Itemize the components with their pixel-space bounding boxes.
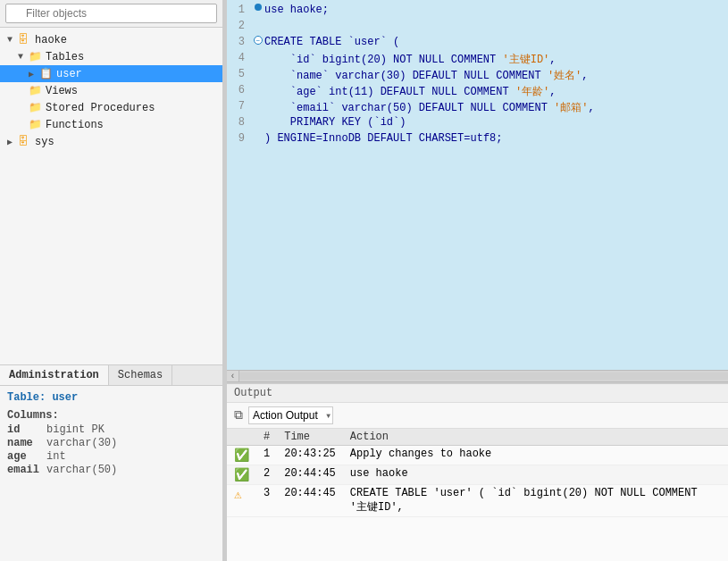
tree-label-user: user [56,68,82,80]
column-row-email: email varchar(50) [7,464,124,477]
row-num-3: 3 [256,485,277,517]
code-line-2: 2 [227,20,728,36]
main-container: 🔍 ▼ 🗄 haoke ▼ 📁 Tables ▶ 📋 user [0,0,728,561]
sidebar: 🔍 ▼ 🗄 haoke ▼ 📁 Tables ▶ 📋 user [0,0,223,561]
folder-icon: 📁 [29,101,43,114]
row-action-2: use haoke [343,465,728,485]
line-content: PRIMARY KEY (`id`) [264,116,728,129]
col-header-num: # [256,429,277,446]
status-icon-1: ✅ [227,446,256,465]
col-name-name: name [7,437,46,450]
column-row-age: age int [7,450,124,464]
table-name: user [52,391,78,404]
row-num-1: 1 [256,446,277,465]
line-number: 4 [227,52,252,64]
line-content: `email` varchar(50) DEFAULT NULL COMMENT… [264,100,728,115]
dot-blue [255,4,262,11]
line-number: 3 [227,36,252,48]
folder-icon: 📁 [29,50,43,63]
line-dot [252,4,264,11]
col-header-action: Action [343,429,728,446]
expand-arrow: ▼ [7,35,18,45]
col-type-email: varchar(50) [46,464,124,477]
line-number: 8 [227,116,252,129]
status-icon-3: ⚠ [227,485,256,517]
warn-icon: ⚠ [234,488,241,502]
output-row-2: ✅ 2 20:44:45 use haoke [227,465,728,485]
tree-item-tables[interactable]: ▼ 📁 Tables [0,48,222,65]
table-label: Table: [7,391,52,404]
tree-item-user[interactable]: ▶ 📋 user [0,65,222,82]
tree-label-haoke: haoke [35,34,67,46]
expand-arrow: ▶ [29,69,39,80]
line-number: 5 [227,68,252,80]
output-row-1: ✅ 1 20:43:25 Apply changes to haoke [227,446,728,465]
horizontal-scroll-bar[interactable]: ‹ [227,370,728,382]
row-action-3: CREATE TABLE 'user' ( `id` bigint(20) NO… [343,485,728,517]
status-icon-2: ✅ [227,465,256,485]
filter-wrap: 🔍 [5,4,217,23]
code-line-9: 9 ) ENGINE=InnoDB DEFAULT CHARSET=utf8; [227,132,728,148]
col-name-id: id [7,423,46,437]
chevron-left-icon[interactable]: ‹ [227,371,239,381]
collapse-icon[interactable]: − [254,36,263,45]
code-line-3: 3 − CREATE TABLE `user` ( [227,36,728,52]
code-line-5: 5 `name` varchar(30) DEFAULT NULL COMMEN… [227,68,728,84]
tree-item-functions[interactable]: 📁 Functions [0,116,222,133]
col-header-status [227,429,256,446]
tree-label-functions: Functions [46,119,104,131]
code-line-1: 1 use haoke; [227,4,728,20]
output-label: Output [227,384,728,403]
code-line-8: 8 PRIMARY KEY (`id`) [227,116,728,132]
row-action-1: Apply changes to haoke [343,446,728,465]
line-number: 6 [227,84,252,96]
info-title: Table: user [7,391,215,404]
table-icon: 📋 [39,67,54,80]
row-time-1: 20:43:25 [277,446,343,465]
col-type-name: varchar(30) [46,437,124,450]
output-area: Output ⧉ Action Output # Time [227,382,728,561]
tree-item-views[interactable]: 📁 Views [0,82,222,99]
output-scroll[interactable]: # Time Action ✅ 1 20:43:25 Apply changes… [227,429,728,561]
row-time-3: 20:44:45 [277,485,343,517]
tab-schemas[interactable]: Schemas [109,365,172,385]
action-output-select[interactable]: Action Output [248,406,333,424]
expand-arrow: ▶ [7,137,18,147]
tree-item-sys[interactable]: ▶ 🗄 sys [0,133,222,150]
code-line-4: 4 `id` bigint(20) NOT NULL COMMENT '主键ID… [227,52,728,68]
tree-item-haoke[interactable]: ▼ 🗄 haoke [0,31,222,48]
columns-table: id bigint PK name varchar(30) age int [7,423,124,477]
info-panel: Table: user Columns: id bigint PK name v… [0,386,222,561]
filter-input[interactable] [5,4,217,23]
folder-icon: 📁 [29,118,43,131]
line-content: `id` bigint(20) NOT NULL COMMENT '主键ID', [264,52,728,67]
right-panel: 1 use haoke; 2 3 − CREATE TABLE `user` (… [227,0,728,561]
output-header-row: # Time Action [227,429,728,446]
line-content: use haoke; [264,4,728,16]
line-content: `age` int(11) DEFAULT NULL COMMENT '年龄', [264,84,728,99]
tab-bar: Administration Schemas [0,365,222,386]
line-content: CREATE TABLE `user` ( [264,36,728,48]
col-type-age: int [46,450,124,464]
tab-administration[interactable]: Administration [0,365,109,385]
scroll-track[interactable] [239,373,728,380]
expand-arrow: ▼ [18,52,29,62]
code-line-7: 7 `email` varchar(50) DEFAULT NULL COMME… [227,100,728,116]
line-number: 7 [227,100,252,113]
col-header-time: Time [277,429,343,446]
tree-label-sys: sys [35,136,54,148]
col-name-age: age [7,450,46,464]
code-line-6: 6 `age` int(11) DEFAULT NULL COMMENT '年龄… [227,84,728,100]
tree-item-stored-procedures[interactable]: 📁 Stored Procedures [0,99,222,116]
row-num-2: 2 [256,465,277,485]
copy-icon[interactable]: ⧉ [234,408,243,423]
action-output-select-wrap: Action Output [248,406,333,424]
tree-label-tables: Tables [46,51,84,63]
col-type-id: bigint PK [46,423,124,437]
output-toolbar: ⧉ Action Output [227,403,728,429]
db-icon: 🗄 [18,135,32,148]
code-editor[interactable]: 1 use haoke; 2 3 − CREATE TABLE `user` (… [227,0,728,370]
output-row-3: ⚠ 3 20:44:45 CREATE TABLE 'user' ( `id` … [227,485,728,517]
filter-bar: 🔍 [0,0,222,28]
ok-icon: ✅ [234,448,249,463]
